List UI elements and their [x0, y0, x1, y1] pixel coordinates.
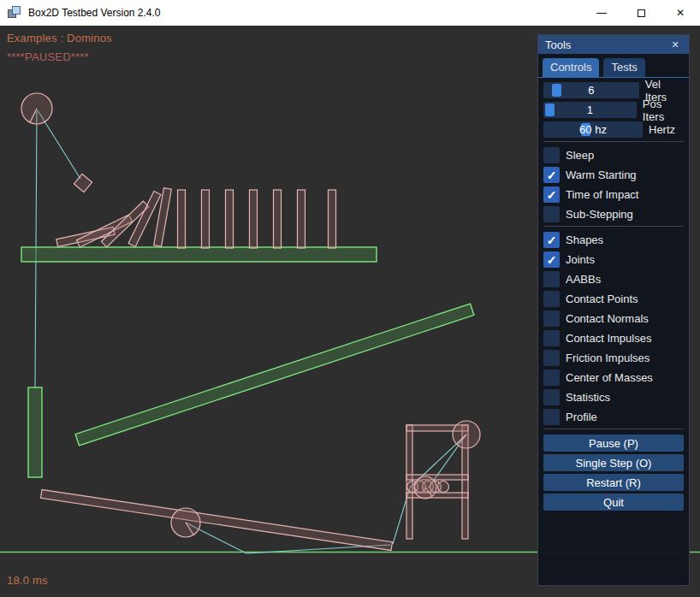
check-icon: ✓: [547, 189, 557, 201]
checkbox-label: Friction Impulses: [566, 352, 650, 364]
slider-label: Pos Iters: [643, 98, 684, 123]
slider-row-hertz: 60 hz Hertz: [543, 121, 684, 138]
dominos[interactable]: [56, 188, 336, 248]
domino-standing: [178, 190, 186, 248]
seesaw-plank: [41, 489, 393, 550]
vel-iters-slider[interactable]: 6: [543, 82, 639, 98]
check-icon: ✓: [547, 169, 557, 181]
domino-standing: [202, 190, 210, 248]
tab-bar: Controls Tests: [538, 54, 689, 78]
pos-iters-slider[interactable]: 1: [543, 102, 637, 118]
checkbox[interactable]: ✓: [543, 232, 560, 248]
checkbox-row-contact-impulses[interactable]: ✓ Contact Impulses: [543, 330, 684, 346]
close-icon: ✕: [676, 7, 685, 19]
checkbox[interactable]: ✓: [543, 206, 560, 222]
minimize-icon: —: [596, 7, 607, 19]
restart-button[interactable]: Restart (R): [543, 474, 684, 491]
slider-value: 6: [543, 82, 639, 98]
maximize-button[interactable]: [621, 0, 661, 26]
checkbox-label: Warm Starting: [566, 168, 637, 181]
checkbox-label: Contact Impulses: [566, 332, 651, 345]
checkbox[interactable]: ✓: [543, 330, 560, 346]
checkbox-label: Contact Normals: [566, 312, 649, 325]
maximize-icon: [638, 9, 645, 17]
slider-row-vel-iters: 6 Vel Iters: [543, 82, 684, 98]
separator: [543, 226, 684, 227]
close-button[interactable]: ✕: [661, 0, 700, 26]
checkbox-label: Sub-Stepping: [566, 208, 633, 221]
window-titlebar[interactable]: Box2D Testbed Version 2.4.0 — ✕: [0, 0, 700, 26]
ball: [438, 482, 449, 493]
app-icon: [8, 6, 21, 20]
domino-platform: [21, 247, 377, 262]
window-title: Box2D Testbed Version 2.4.0: [28, 7, 161, 19]
checkbox-row-aabbs[interactable]: ✓ AABBs: [543, 271, 684, 287]
checkbox-row-sub-stepping[interactable]: ✓ Sub-Stepping: [543, 206, 684, 222]
checkbox[interactable]: ✓: [543, 251, 560, 268]
pause-button[interactable]: Pause (P): [543, 434, 684, 452]
checkbox-row-warm-starting[interactable]: ✓ Warm Starting: [543, 167, 684, 183]
checkbox-row-profile[interactable]: ✓ Profile: [543, 409, 684, 425]
checkbox-label: Shapes: [566, 233, 603, 246]
check-icon: ✓: [547, 254, 557, 266]
checkbox[interactable]: ✓: [543, 167, 560, 183]
checkbox-label: Joints: [566, 253, 595, 266]
checkbox-label: Sleep: [566, 149, 594, 162]
frame-bar-mid: [406, 475, 468, 480]
checkbox[interactable]: ✓: [543, 409, 560, 425]
domino-standing: [250, 190, 258, 248]
hertz-slider[interactable]: 60 hz: [543, 121, 643, 138]
checkbox-row-shapes[interactable]: ✓ Shapes: [543, 232, 684, 248]
example-label: Examples : Dominos: [7, 32, 112, 44]
check-icon: ✓: [547, 234, 557, 246]
slider-row-pos-iters: 1 Pos Iters: [543, 102, 684, 118]
ball-frame[interactable]: [406, 421, 480, 539]
separator: [543, 141, 684, 142]
checkbox-row-statistics[interactable]: ✓ Statistics: [543, 389, 684, 405]
panel-content: 6 Vel Iters 1 Pos Iters 60 hz Hertz: [538, 78, 689, 511]
angled-plank: [75, 304, 474, 446]
domino-standing: [274, 190, 282, 248]
checkbox[interactable]: ✓: [543, 186, 560, 203]
checkbox[interactable]: ✓: [543, 271, 560, 287]
checkbox[interactable]: ✓: [543, 350, 560, 366]
tab-controls[interactable]: Controls: [543, 58, 599, 77]
pendulum-bob: [74, 174, 92, 192]
pendulum[interactable]: [21, 93, 92, 192]
checkbox-row-sleep[interactable]: ✓ Sleep: [543, 147, 684, 163]
checkbox-row-contact-normals[interactable]: ✓ Contact Normals: [543, 310, 684, 327]
seesaw[interactable]: [41, 489, 393, 550]
checkbox[interactable]: ✓: [543, 147, 560, 163]
vertical-block: [28, 387, 42, 477]
checkbox-row-time-of-impact[interactable]: ✓ Time of Impact: [543, 186, 684, 203]
domino-standing: [329, 190, 336, 248]
checkbox-label: Statistics: [566, 391, 610, 404]
checkbox-label: Profile: [566, 411, 597, 423]
checkbox[interactable]: ✓: [543, 389, 560, 405]
tools-panel-titlebar[interactable]: Tools ✕: [538, 35, 689, 54]
quit-button[interactable]: Quit: [543, 494, 684, 511]
checkbox-label: Contact Points: [566, 293, 638, 305]
checkbox-row-friction-impulses[interactable]: ✓ Friction Impulses: [543, 350, 684, 366]
frame-time-label: 18.0 ms: [7, 574, 48, 587]
domino-standing: [226, 190, 234, 248]
panel-close-icon[interactable]: ✕: [668, 38, 682, 51]
tools-panel: Tools ✕ Controls Tests 6 Vel Iters 1: [537, 34, 690, 586]
single-step-button[interactable]: Single Step (O): [543, 454, 684, 471]
checkbox[interactable]: ✓: [543, 291, 560, 307]
checkbox-label: Center of Masses: [566, 371, 653, 384]
checkbox[interactable]: ✓: [543, 369, 560, 386]
separator: [543, 429, 684, 429]
checkbox-label: Time of Impact: [566, 188, 638, 201]
checkbox-row-contact-points[interactable]: ✓ Contact Points: [543, 291, 684, 307]
slider-value: 1: [543, 102, 637, 118]
checkbox[interactable]: ✓: [543, 310, 560, 327]
checkbox-row-center-of-masses[interactable]: ✓ Center of Masses: [543, 369, 684, 386]
minimize-button[interactable]: —: [582, 0, 621, 26]
paused-label: ****PAUSED****: [7, 50, 89, 63]
slider-label: Hertz: [649, 123, 675, 136]
app-window: Box2D Testbed Version 2.4.0 — ✕: [0, 0, 700, 597]
tab-tests[interactable]: Tests: [603, 58, 644, 77]
checkbox-row-joints[interactable]: ✓ Joints: [543, 251, 684, 268]
tools-panel-title: Tools: [545, 38, 571, 51]
